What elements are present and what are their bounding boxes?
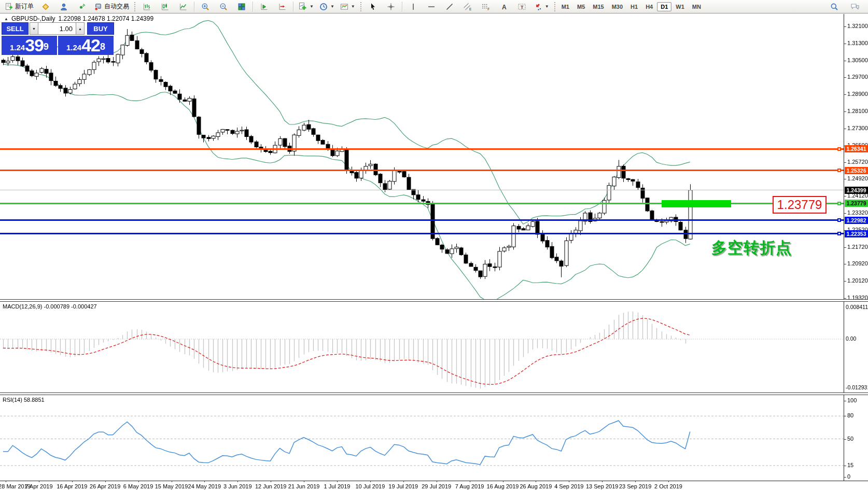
price-tick-label: 1.23320 [847,209,868,216]
bar-chart-mode-button[interactable] [138,1,156,13]
macd-scale-label: -0.012931 [846,384,868,390]
level-line-1.22982[interactable] [0,219,844,221]
timeframe-button-d1[interactable]: D1 [657,2,671,11]
sell-price[interactable]: 1.24 39 9 [2,36,57,55]
level-line-1.26341[interactable] [0,148,844,150]
market-button[interactable] [55,1,73,13]
timeframe-button-mn[interactable]: MN [689,2,705,11]
level-line-1.23779-handle[interactable] [837,202,841,205]
chart-shift-icon [278,3,286,11]
volume-down-button[interactable]: ▼ [30,22,38,35]
timeframe-button-m30[interactable]: M30 [608,2,626,11]
pivot-annotation-text: 多空转折点 [711,237,792,259]
price-badge-1.22982: 1.22982 [845,217,868,224]
arrows-tool-button[interactable]: ▼ [531,1,552,13]
level-line-1.22353[interactable] [0,233,844,234]
fibo-letter: F [487,7,489,11]
channel-tool-button[interactable]: E [459,1,477,13]
price-badge-1.23779: 1.23779 [845,200,868,207]
trendline-icon [445,3,454,11]
auto-scroll-button[interactable] [255,1,273,13]
auto-scroll-icon [260,3,268,11]
date-label: 16 Aug 2019 [487,483,519,489]
sell-price-pip: 9 [44,36,49,58]
macd-pane-separator[interactable] [0,299,868,302]
text-tool-icon: A [500,3,508,11]
metaeditor-button[interactable] [37,1,54,13]
label-tool-button[interactable]: T [513,1,531,13]
rsi-indicator-label: RSI(14) 58.8851 [3,397,45,403]
toolbar-grip [134,2,135,11]
timeframe-button-w1[interactable]: W1 [672,2,688,11]
rsi-scale-label: 80 [847,412,853,418]
indicators-button[interactable]: ▼ [296,1,316,13]
signals-button[interactable] [73,1,91,13]
price-tick-label: 1.28100 [847,108,868,114]
trendline-tool-button[interactable] [441,1,458,13]
candlestick-mode-button[interactable] [156,1,174,13]
price-tick-label: 1.32100 [847,23,868,29]
rsi-scale-label: 15 [847,462,853,468]
periods-button[interactable]: ▼ [317,1,337,13]
line-chart-mode-button[interactable] [174,1,192,13]
date-label: 24 May 2019 [188,483,221,489]
main-toolbar: 新订单 自动交易 ▼ ▼ ▼ E F A T ▼ M1M5M15M30H1H4D… [0,0,868,13]
level-line-1.22982-handle[interactable] [837,218,841,222]
autotrading-icon [94,3,102,11]
label-tool-icon: T [517,3,526,11]
date-label: 15 May 2019 [155,483,188,489]
level-line-1.25326-handle[interactable] [837,169,841,172]
rsi-pane-separator[interactable] [0,392,868,395]
text-tool-button[interactable]: A [495,1,513,13]
autotrading-button[interactable]: 自动交易 [91,1,132,13]
crosshair-tool-button[interactable] [382,1,400,13]
chart-title-bar: ▲ GBPUSD-,Daily 1.22098 1.24678 1.22074 … [4,15,153,22]
date-label: 2 Oct 2019 [654,483,682,489]
date-label: 10 Jul 2019 [355,483,385,489]
buy-button[interactable]: BUY [87,22,114,35]
cursor-tool-button[interactable] [364,1,382,13]
sell-button[interactable]: SELL [2,22,29,35]
date-label: 26 Apr 2019 [90,483,120,489]
support-zone-highlight[interactable] [662,200,731,207]
dropdown-caret: ▼ [351,4,355,9]
candlestick-icon [161,3,169,11]
zoom-in-button[interactable] [197,1,214,13]
timeframe-button-h4[interactable]: H4 [642,2,656,11]
horizontal-line-tool-button[interactable] [423,1,440,13]
vertical-line-tool-button[interactable] [404,1,422,13]
templates-button[interactable]: ▼ [338,1,358,13]
bid-price-line[interactable] [0,190,844,190]
price-tick-label: 1.28900 [847,91,868,97]
toolbar-separator [194,2,194,12]
chart-shift-button[interactable] [273,1,291,13]
fibonacci-tool-button[interactable]: F [477,1,495,13]
svg-text:A: A [502,3,507,10]
new-order-button[interactable]: 新订单 [2,1,36,13]
new-order-icon [5,3,13,11]
timeframe-button-m1[interactable]: M1 [558,2,573,11]
price-badge-1.22353: 1.22353 [845,230,868,237]
zoom-out-button[interactable] [215,1,232,13]
level-line-1.22353-handle[interactable] [837,232,841,235]
dropdown-caret: ▼ [545,4,549,9]
level-line-1.26341-handle[interactable] [837,147,841,151]
buy-price[interactable]: 1.24 42 8 [58,36,114,55]
horizontal-line-icon [427,3,436,11]
date-label: 3 Jun 2019 [223,483,251,489]
axis-border [844,14,844,481]
svg-text:T: T [521,4,524,9]
channel-letter: E [469,7,472,10]
timeframe-button-m15[interactable]: M15 [589,2,607,11]
search-icon[interactable] [825,1,843,13]
tile-windows-button[interactable] [233,1,250,13]
collapse-arrow-icon[interactable]: ▲ [4,17,8,21]
timeframe-button-h1[interactable]: H1 [627,2,641,11]
volume-up-button[interactable]: ▲ [76,22,85,35]
level-line-1.25326[interactable] [0,170,844,171]
toolbar-separator [402,2,402,12]
chat-icon[interactable] [846,1,864,13]
timeframe-button-m5[interactable]: M5 [573,2,589,11]
volume-input[interactable] [38,22,76,35]
price-callout-box[interactable]: 1.23779 [773,196,827,214]
